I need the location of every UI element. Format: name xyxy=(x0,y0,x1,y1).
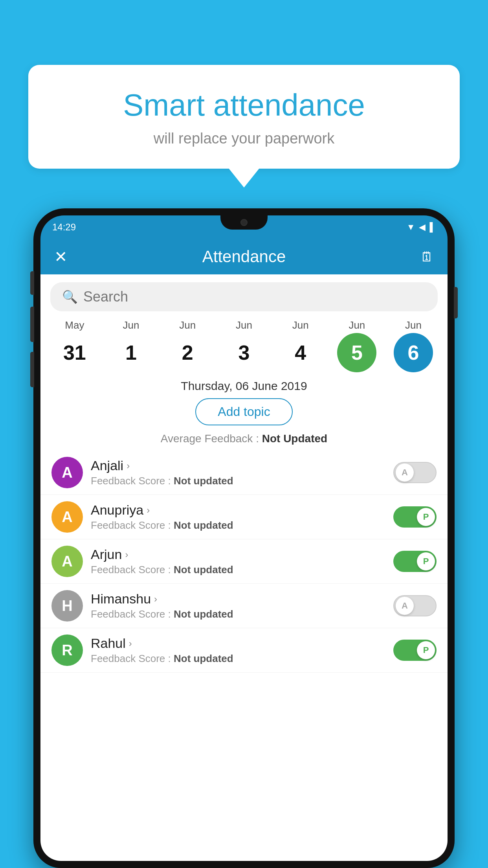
camera xyxy=(240,219,248,226)
attendance-toggle[interactable]: P xyxy=(393,551,437,572)
calendar-icon[interactable]: 🗓 xyxy=(420,249,434,265)
student-info: Anjali ›Feedback Score : Not updated xyxy=(91,458,385,487)
avatar: A xyxy=(51,457,83,488)
feedback-score: Feedback Score : Not updated xyxy=(91,564,385,576)
avg-feedback-value: Not Updated xyxy=(262,432,327,445)
cal-date-label: 3 xyxy=(224,333,264,372)
avg-feedback: Average Feedback : Not Updated xyxy=(40,432,448,445)
search-bar[interactable]: 🔍 xyxy=(50,282,438,311)
app-header: ✕ Attendance 🗓 xyxy=(40,239,448,274)
toggle-wrap[interactable]: A xyxy=(393,462,437,483)
search-input[interactable] xyxy=(83,289,426,305)
student-name: Anupriya › xyxy=(91,502,385,518)
toggle-knob: P xyxy=(417,552,435,570)
avatar: R xyxy=(51,634,83,666)
avatar: A xyxy=(51,501,83,533)
cal-date-label: 2 xyxy=(168,333,207,372)
student-name: Rahul › xyxy=(91,636,385,651)
avatar: H xyxy=(51,590,83,622)
attendance-toggle[interactable]: A xyxy=(393,595,437,616)
student-info: Arjun ›Feedback Score : Not updated xyxy=(91,547,385,576)
power-button xyxy=(454,287,458,318)
student-row[interactable]: RRahul ›Feedback Score : Not updatedP xyxy=(40,628,448,673)
cal-date-label: 6 xyxy=(394,333,433,372)
chevron-right-icon: › xyxy=(127,460,130,471)
chevron-right-icon: › xyxy=(125,549,128,560)
wifi-icon: ▼ xyxy=(407,222,415,232)
speech-bubble: Smart attendance will replace your paper… xyxy=(28,65,460,169)
volume-down-button xyxy=(30,352,34,387)
student-name: Arjun › xyxy=(91,547,385,562)
toggle-wrap[interactable]: P xyxy=(393,640,437,661)
toggle-knob: A xyxy=(396,597,414,615)
student-info: Anupriya ›Feedback Score : Not updated xyxy=(91,502,385,531)
status-bar: 14:29 ▼ ◀ ▌ xyxy=(40,215,448,239)
toggle-wrap[interactable]: A xyxy=(393,595,437,616)
status-time: 14:29 xyxy=(52,222,76,233)
battery-icon: ▌ xyxy=(429,222,436,232)
calendar-day[interactable]: May31 xyxy=(51,319,98,372)
attendance-toggle[interactable]: A xyxy=(393,462,437,483)
cal-month-label: Jun xyxy=(405,319,422,331)
student-row[interactable]: HHimanshu ›Feedback Score : Not updatedA xyxy=(40,584,448,628)
attendance-toggle[interactable]: P xyxy=(393,640,437,661)
toggle-wrap[interactable]: P xyxy=(393,551,437,572)
search-icon: 🔍 xyxy=(62,289,78,304)
phone-frame: 14:29 ▼ ◀ ▌ ✕ Attendance 🗓 🔍 May31Jun1Ju… xyxy=(33,208,455,868)
header-title: Attendance xyxy=(202,247,286,266)
calendar-row: May31Jun1Jun2Jun3Jun4Jun5Jun6 xyxy=(40,319,448,372)
student-name: Anjali › xyxy=(91,458,385,473)
toggle-knob: P xyxy=(417,641,435,659)
feedback-score: Feedback Score : Not updated xyxy=(91,653,385,665)
avg-feedback-label: Average Feedback : xyxy=(161,432,262,445)
attendance-toggle[interactable]: P xyxy=(393,506,437,528)
add-topic-button[interactable]: Add topic xyxy=(195,398,292,425)
cal-month-label: Jun xyxy=(123,319,139,331)
calendar-day[interactable]: Jun5 xyxy=(333,319,380,372)
bubble-title: Smart attendance xyxy=(52,88,436,122)
cal-date-label: 31 xyxy=(55,333,94,372)
status-icons: ▼ ◀ ▌ xyxy=(407,222,436,232)
phone-screen: ✕ Attendance 🗓 🔍 May31Jun1Jun2Jun3Jun4Ju… xyxy=(40,239,448,861)
student-name: Himanshu › xyxy=(91,591,385,607)
close-button[interactable]: ✕ xyxy=(54,248,68,266)
student-row[interactable]: AAnjali ›Feedback Score : Not updatedA xyxy=(40,451,448,495)
toggle-knob: P xyxy=(417,508,435,526)
calendar-day[interactable]: Jun2 xyxy=(164,319,211,372)
calendar-day[interactable]: Jun3 xyxy=(220,319,268,372)
student-info: Himanshu ›Feedback Score : Not updated xyxy=(91,591,385,620)
chevron-right-icon: › xyxy=(129,638,132,649)
toggle-knob: A xyxy=(396,463,414,482)
student-list: AAnjali ›Feedback Score : Not updatedAAA… xyxy=(40,451,448,673)
calendar-day[interactable]: Jun6 xyxy=(390,319,437,372)
cal-month-label: May xyxy=(65,319,84,331)
signal-icon: ◀ xyxy=(419,222,426,232)
cal-date-label: 1 xyxy=(112,333,151,372)
feedback-score: Feedback Score : Not updated xyxy=(91,519,385,531)
notch xyxy=(220,215,268,230)
feedback-score: Feedback Score : Not updated xyxy=(91,608,385,620)
calendar-day[interactable]: Jun4 xyxy=(277,319,324,372)
cal-month-label: Jun xyxy=(179,319,196,331)
student-info: Rahul ›Feedback Score : Not updated xyxy=(91,636,385,665)
cal-month-label: Jun xyxy=(292,319,309,331)
cal-date-label: 4 xyxy=(281,333,320,372)
cal-month-label: Jun xyxy=(349,319,365,331)
toggle-wrap[interactable]: P xyxy=(393,506,437,528)
chevron-right-icon: › xyxy=(147,505,150,516)
chevron-right-icon: › xyxy=(154,594,157,605)
avatar: A xyxy=(51,546,83,577)
bubble-subtitle: will replace your paperwork xyxy=(52,130,436,147)
student-row[interactable]: AArjun ›Feedback Score : Not updatedP xyxy=(40,539,448,584)
student-row[interactable]: AAnupriya ›Feedback Score : Not updatedP xyxy=(40,495,448,539)
feedback-score: Feedback Score : Not updated xyxy=(91,475,385,487)
volume-up-button xyxy=(30,307,34,342)
selected-date-label: Thursday, 06 June 2019 xyxy=(40,379,448,393)
cal-date-label: 5 xyxy=(337,333,376,372)
cal-month-label: Jun xyxy=(236,319,252,331)
silent-button xyxy=(30,271,34,295)
calendar-day[interactable]: Jun1 xyxy=(108,319,155,372)
